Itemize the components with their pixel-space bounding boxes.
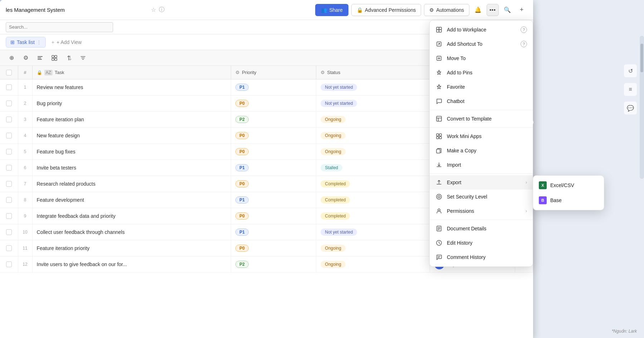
- row-checkbox[interactable]: [6, 245, 12, 251]
- advanced-permissions-button[interactable]: 🔒 Advanced Permissions: [351, 4, 421, 16]
- watermark: *Nguồn: Lark: [612, 329, 637, 334]
- svg-point-20: [438, 196, 440, 198]
- menu-item-label: Favorite: [447, 84, 465, 90]
- advanced-permissions-label: Advanced Permissions: [365, 7, 416, 13]
- export-icon: [435, 179, 443, 186]
- row-checkbox[interactable]: [6, 261, 12, 267]
- submenu-item-excel-csv[interactable]: X Excel/CSV: [533, 178, 604, 193]
- menu-item-label: Convert to Template: [447, 116, 492, 122]
- row-checkbox[interactable]: [6, 181, 12, 187]
- svg-rect-8: [439, 27, 441, 30]
- tab-task-list-label: Task list: [17, 39, 35, 45]
- row-checkbox[interactable]: [6, 213, 12, 219]
- menu-item-edit-history[interactable]: Edit History: [430, 236, 533, 250]
- group-filter-btn[interactable]: [34, 52, 46, 64]
- menu-item-convert-template[interactable]: Convert to Template: [430, 112, 533, 126]
- row-checkbox[interactable]: [6, 197, 12, 203]
- search-input[interactable]: [6, 22, 113, 32]
- search-button[interactable]: 🔍: [502, 4, 513, 16]
- row-number: 11: [18, 240, 32, 256]
- plus-button[interactable]: +: [516, 4, 527, 16]
- menu-item-work-mini-apps[interactable]: Work Mini Apps: [430, 129, 533, 143]
- scrollbar-track[interactable]: [640, 36, 644, 179]
- menu-item-label: Comment History: [447, 254, 486, 260]
- menu-divider: [430, 173, 533, 174]
- row-priority: P0: [231, 176, 316, 192]
- right-actions: ↺ ≡ 💬: [624, 64, 637, 114]
- chat-button[interactable]: 💬: [624, 102, 637, 114]
- bell-button[interactable]: 🔔: [472, 4, 484, 16]
- row-checkbox-cell: [0, 79, 18, 95]
- status-badge: Completed: [321, 180, 350, 187]
- row-task: New feature design: [32, 128, 231, 144]
- copy-icon: [435, 147, 443, 154]
- automations-button[interactable]: ⚙ Automations: [424, 4, 469, 16]
- col-priority: ⚙ Priority: [231, 66, 316, 79]
- menu-item-set-security[interactable]: Set Security Level: [430, 190, 533, 204]
- menu-item-label: Add to Workplace: [447, 27, 486, 33]
- row-priority: P0: [231, 144, 316, 160]
- scrollbar-thumb[interactable]: [640, 44, 643, 72]
- svg-rect-1: [38, 58, 41, 58]
- row-checkbox[interactable]: [6, 165, 12, 171]
- table-icon: ⊞: [10, 39, 15, 45]
- priority-badge: P0: [235, 100, 249, 107]
- menu-item-add-pins[interactable]: Add to Pins: [430, 65, 533, 80]
- status-badge: Ongoing: [321, 116, 345, 123]
- share-button[interactable]: 👥 Share: [315, 4, 348, 16]
- row-checkbox[interactable]: [6, 133, 12, 138]
- redo-button[interactable]: ↺: [624, 64, 637, 77]
- status-icon: ⚙: [321, 70, 325, 75]
- add-filter-btn[interactable]: ⊕: [6, 52, 17, 64]
- menu-item-label: Chatbot: [447, 98, 464, 104]
- pin-icon: ☆: [151, 6, 156, 13]
- status-badge: Ongoing: [321, 245, 345, 252]
- menu-item-chatbot[interactable]: Chatbot: [430, 94, 533, 108]
- status-badge: Ongoing: [321, 132, 345, 139]
- filter-filter-btn[interactable]: [77, 52, 89, 64]
- header-checkbox[interactable]: [6, 70, 12, 75]
- row-number: 8: [18, 192, 32, 208]
- priority-badge: P1: [235, 229, 249, 236]
- row-status: Ongoing: [316, 240, 430, 256]
- settings-filter-btn[interactable]: ⚙: [20, 52, 31, 64]
- menu-item-make-copy[interactable]: Make a Copy: [430, 143, 533, 158]
- layout-filter-btn[interactable]: [49, 52, 60, 64]
- menu-item-label: Export: [447, 180, 461, 185]
- sort-filter-btn[interactable]: [63, 52, 74, 64]
- priority-badge: P2: [235, 116, 249, 123]
- menu-item-permissions[interactable]: Permissions ›: [430, 204, 533, 218]
- menu-item-add-workplace[interactable]: Add to Workplace ?: [430, 23, 533, 37]
- menu-item-import[interactable]: Import: [430, 158, 533, 172]
- row-checkbox[interactable]: [6, 117, 12, 122]
- tab-add-view[interactable]: + + Add View: [47, 37, 86, 47]
- menu-item-add-shortcut[interactable]: Add Shortcut To ?: [430, 37, 533, 51]
- row-task: Feature bug fixes: [32, 144, 231, 160]
- row-task: Invite beta testers: [32, 160, 231, 176]
- row-checkbox[interactable]: [6, 149, 12, 155]
- row-number: 12: [18, 256, 32, 273]
- submenu-item-base[interactable]: B Base: [533, 193, 604, 208]
- row-priority: P0: [231, 208, 316, 224]
- row-checkbox[interactable]: [6, 84, 12, 90]
- row-checkbox-cell: [0, 224, 18, 240]
- row-checkbox[interactable]: [6, 101, 12, 106]
- menu-item-document-details[interactable]: Document Details: [430, 221, 533, 236]
- row-checkbox[interactable]: [6, 229, 12, 235]
- menu-item-label: Import: [447, 162, 461, 168]
- comment-icon: [435, 254, 443, 261]
- menu-item-export[interactable]: Export › X Excel/CSV B Base: [430, 175, 533, 190]
- menu-item-favorite[interactable]: Favorite: [430, 80, 533, 94]
- more-button[interactable]: •••: [487, 4, 499, 16]
- status-badge: Completed: [321, 212, 350, 220]
- template-icon: [435, 115, 443, 122]
- row-checkbox-cell: [0, 160, 18, 176]
- menu-divider: [430, 110, 533, 110]
- submenu-label: Base: [550, 197, 562, 203]
- tab-task-list[interactable]: ⊞ Task list ⋮: [6, 37, 46, 48]
- menu-item-move-to[interactable]: Move To: [430, 51, 533, 65]
- status-badge: Not yet started: [321, 84, 357, 91]
- list-button[interactable]: ≡: [624, 83, 637, 96]
- menu-item-comment-history[interactable]: Comment History: [430, 250, 533, 264]
- menu-item-label: Permissions: [447, 208, 474, 214]
